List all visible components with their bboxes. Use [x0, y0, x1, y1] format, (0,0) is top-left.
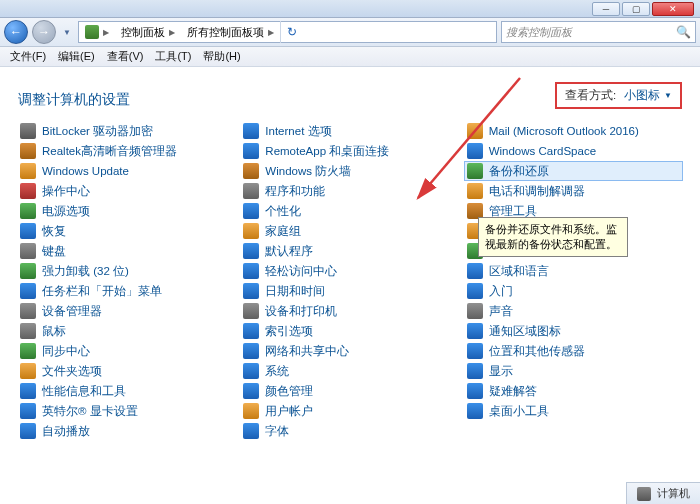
cp-item-45[interactable]: 自动播放 — [18, 422, 235, 440]
breadcrumb[interactable]: ▶ 控制面板▶ 所有控制面板项▶ ↻ — [78, 21, 497, 43]
cp-item-22[interactable]: 轻松访问中心 — [241, 262, 458, 280]
cp-item-18[interactable]: 键盘 — [18, 242, 235, 260]
cp-item-icon — [467, 263, 483, 279]
menu-help[interactable]: 帮助(H) — [197, 47, 246, 66]
cp-item-label: 设备和打印机 — [265, 304, 337, 319]
cp-item-label: 操作中心 — [42, 184, 90, 199]
cp-item-25[interactable]: 日期和时间 — [241, 282, 458, 300]
forward-button[interactable]: → — [32, 20, 56, 44]
cp-item-27[interactable]: 设备管理器 — [18, 302, 235, 320]
cp-item-icon — [243, 403, 259, 419]
cp-item-5[interactable]: Windows CardSpace — [465, 142, 682, 160]
cp-item-icon — [20, 223, 36, 239]
breadcrumb-item-0[interactable]: 控制面板▶ — [115, 22, 181, 42]
cp-item-icon — [243, 283, 259, 299]
chevron-down-icon: ▼ — [664, 91, 672, 100]
cp-item-21[interactable]: 强力卸载 (32 位) — [18, 262, 235, 280]
cp-item-4[interactable]: RemoteApp 和桌面连接 — [241, 142, 458, 160]
cp-item-11[interactable]: 电话和调制解调器 — [465, 182, 682, 200]
view-by-label: 查看方式: — [565, 88, 616, 103]
view-by-control[interactable]: 查看方式: 小图标 ▼ — [555, 82, 682, 109]
cp-item-label: 桌面小工具 — [489, 404, 549, 419]
cp-item-13[interactable]: 个性化 — [241, 202, 458, 220]
cp-item-label: 程序和功能 — [265, 184, 325, 199]
cp-item-44[interactable]: 桌面小工具 — [465, 402, 682, 420]
minimize-button[interactable]: ─ — [592, 2, 620, 16]
cp-item-2[interactable]: Mail (Microsoft Outlook 2016) — [465, 122, 682, 140]
menu-view[interactable]: 查看(V) — [101, 47, 150, 66]
cp-item-label: 日期和时间 — [265, 284, 325, 299]
cp-item-32[interactable]: 通知区域图标 — [465, 322, 682, 340]
close-button[interactable]: ✕ — [652, 2, 694, 16]
search-placeholder: 搜索控制面板 — [506, 25, 572, 40]
header-row: 调整计算机的设置 查看方式: 小图标 ▼ — [0, 67, 700, 117]
cp-item-24[interactable]: 任务栏和「开始」菜单 — [18, 282, 235, 300]
cp-item-7[interactable]: Windows 防火墙 — [241, 162, 458, 180]
cp-item-0[interactable]: BitLocker 驱动器加密 — [18, 122, 235, 140]
menu-file[interactable]: 文件(F) — [4, 47, 52, 66]
cp-item-33[interactable]: 同步中心 — [18, 342, 235, 360]
cp-item-30[interactable]: 鼠标 — [18, 322, 235, 340]
cp-item-10[interactable]: 程序和功能 — [241, 182, 458, 200]
cp-item-icon — [467, 283, 483, 299]
cp-item-40[interactable]: 颜色管理 — [241, 382, 458, 400]
cp-item-label: 英特尔® 显卡设置 — [42, 404, 138, 419]
cp-item-label: 轻松访问中心 — [265, 264, 337, 279]
cp-item-43[interactable]: 用户帐户 — [241, 402, 458, 420]
back-button[interactable]: ← — [4, 20, 28, 44]
cp-item-19[interactable]: 默认程序 — [241, 242, 458, 260]
cp-item-label: 电话和调制解调器 — [489, 184, 585, 199]
cp-item-34[interactable]: 网络和共享中心 — [241, 342, 458, 360]
window-titlebar: ─ ▢ ✕ — [0, 0, 700, 18]
cp-item-icon — [20, 323, 36, 339]
cp-item-28[interactable]: 设备和打印机 — [241, 302, 458, 320]
menu-edit[interactable]: 编辑(E) — [52, 47, 101, 66]
cp-item-6[interactable]: Windows Update — [18, 162, 235, 180]
cp-item-icon — [243, 323, 259, 339]
cp-item-31[interactable]: 索引选项 — [241, 322, 458, 340]
cp-item-label: Internet 选项 — [265, 124, 331, 139]
cp-item-41[interactable]: 疑难解答 — [465, 382, 682, 400]
status-bar: 计算机 — [626, 482, 700, 504]
cp-item-icon — [467, 363, 483, 379]
cp-item-46[interactable]: 字体 — [241, 422, 458, 440]
cp-item-label: 设备管理器 — [42, 304, 102, 319]
cp-item-label: BitLocker 驱动器加密 — [42, 124, 153, 139]
cp-item-35[interactable]: 位置和其他传感器 — [465, 342, 682, 360]
cp-item-38[interactable]: 显示 — [465, 362, 682, 380]
search-input[interactable]: 搜索控制面板 🔍 — [501, 21, 696, 43]
cp-item-42[interactable]: 英特尔® 显卡设置 — [18, 402, 235, 420]
cp-item-label: 个性化 — [265, 204, 301, 219]
cp-item-icon — [20, 143, 36, 159]
cp-item-37[interactable]: 系统 — [241, 362, 458, 380]
refresh-button[interactable]: ↻ — [280, 21, 302, 43]
cp-item-9[interactable]: 操作中心 — [18, 182, 235, 200]
cp-item-label: 区域和语言 — [489, 264, 549, 279]
breadcrumb-root[interactable]: ▶ — [79, 22, 115, 42]
cp-item-15[interactable]: 恢复 — [18, 222, 235, 240]
cp-item-icon — [243, 363, 259, 379]
cp-item-3[interactable]: Realtek高清晰音频管理器 — [18, 142, 235, 160]
history-dropdown[interactable]: ▼ — [60, 21, 74, 43]
cp-item-8[interactable]: 备份和还原 — [465, 162, 682, 180]
maximize-button[interactable]: ▢ — [622, 2, 650, 16]
cp-item-label: 备份和还原 — [489, 164, 549, 179]
cp-item-1[interactable]: Internet 选项 — [241, 122, 458, 140]
cp-item-icon — [467, 403, 483, 419]
cp-item-12[interactable]: 电源选项 — [18, 202, 235, 220]
cp-item-39[interactable]: 性能信息和工具 — [18, 382, 235, 400]
cp-item-label: Windows CardSpace — [489, 145, 596, 157]
cp-item-icon — [20, 383, 36, 399]
menu-tools[interactable]: 工具(T) — [149, 47, 197, 66]
cp-item-23[interactable]: 区域和语言 — [465, 262, 682, 280]
cp-item-label: 同步中心 — [42, 344, 90, 359]
cp-item-36[interactable]: 文件夹选项 — [18, 362, 235, 380]
cp-item-26[interactable]: 入门 — [465, 282, 682, 300]
breadcrumb-item-1[interactable]: 所有控制面板项▶ — [181, 22, 280, 42]
cp-item-icon — [243, 303, 259, 319]
control-panel-icon — [85, 25, 99, 39]
view-by-value[interactable]: 小图标 ▼ — [624, 88, 672, 103]
cp-item-16[interactable]: 家庭组 — [241, 222, 458, 240]
cp-item-29[interactable]: 声音 — [465, 302, 682, 320]
cp-item-label: 索引选项 — [265, 324, 313, 339]
